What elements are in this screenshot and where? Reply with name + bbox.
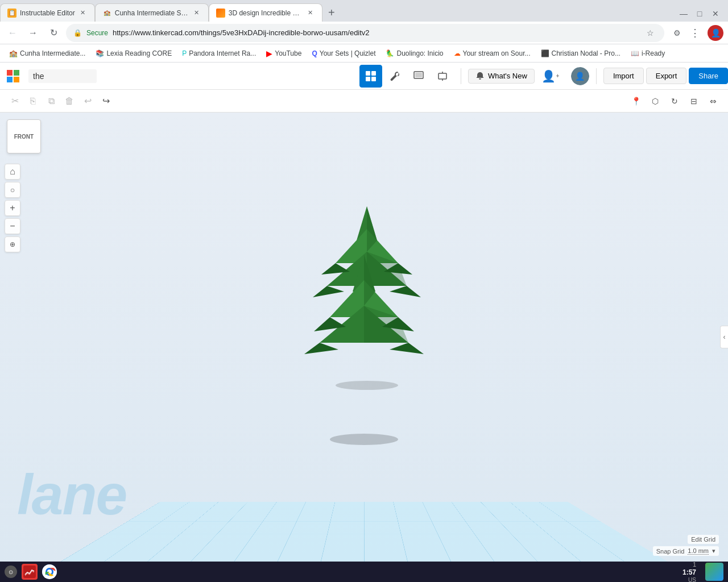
- tinkercad-logo: [0, 70, 26, 82]
- view-cube[interactable]: FRONT: [7, 119, 41, 153]
- window-controls: — □ ✕: [671, 6, 728, 22]
- bookmark-soundcloud-favicon: ☁: [454, 49, 461, 57]
- wrench-button[interactable]: [383, 65, 406, 88]
- add-user-button[interactable]: 👤+: [539, 65, 562, 88]
- taskbar-time: 1:57: [682, 568, 696, 576]
- bookmark-pandora-favicon: P: [182, 49, 187, 57]
- duplicate-button[interactable]: ⧉: [43, 93, 59, 109]
- svg-rect-10: [439, 73, 446, 79]
- header-right: What's New 👤+ 👤 Import Export Share: [359, 65, 728, 88]
- mirror-icon[interactable]: ⇔: [705, 93, 721, 109]
- bookmark-pandora-label: Pandora Internet Ra...: [189, 49, 256, 57]
- share-button[interactable]: Share: [689, 68, 728, 84]
- snap-dropdown-icon[interactable]: ▾: [712, 547, 715, 555]
- tab-bar: 📋 Instructable Editor ✕ 🏫 Cunha Intermed…: [0, 0, 728, 22]
- forward-button[interactable]: →: [25, 25, 41, 41]
- bookmark-quizlet[interactable]: Q Your Sets | Quizlet: [307, 46, 380, 61]
- edit-grid-button[interactable]: Edit Grid: [688, 535, 719, 544]
- design-name-input[interactable]: [28, 69, 97, 83]
- secure-label: Secure: [86, 29, 108, 37]
- extensions-button[interactable]: ⚙: [669, 25, 685, 41]
- reload-button[interactable]: ↻: [46, 25, 61, 41]
- 3d-viewport[interactable]: FRONT ⌂ ○ + − ⊕ lane: [0, 113, 728, 562]
- tab2-title: Cunha Intermediate Sch...: [115, 9, 189, 17]
- workplane-button[interactable]: [431, 65, 454, 88]
- bookmark-christian-nodal[interactable]: ⬛ Christian Nodal - Pro...: [536, 46, 625, 61]
- snap-grid-value[interactable]: 1.0 mm: [688, 547, 709, 555]
- redo-button[interactable]: ↪: [98, 93, 114, 109]
- svg-rect-7: [371, 77, 376, 81]
- tab1-favicon: 📋: [7, 9, 16, 18]
- bottom-controls: Edit Grid Snap Grid 1.0 mm ▾: [653, 535, 719, 556]
- wrench-icon: [389, 70, 400, 82]
- shape-outline-icon[interactable]: ⬡: [647, 93, 663, 109]
- tool-separator: [461, 68, 461, 84]
- bookmark-duolingo-label: Duolingo: Inicio: [396, 49, 443, 57]
- bookmark-star-icon[interactable]: ☆: [643, 26, 657, 40]
- grid-view-button[interactable]: [359, 65, 382, 88]
- bookmark-iready[interactable]: 📖 i-Ready: [626, 46, 669, 61]
- bookmark-nodal-favicon: ⬛: [541, 49, 549, 57]
- edit-toolbar: ✂ ⎘ ⧉ 🗑 ↩ ↪ 📍 ⬡ ↻ ⊟ ⇔: [0, 90, 728, 113]
- shapes-button[interactable]: [407, 65, 430, 88]
- right-panel-toggle[interactable]: ‹: [720, 326, 728, 348]
- align-icon[interactable]: ⊟: [686, 93, 702, 109]
- url-bar[interactable]: 🔒 Secure https://www.tinkercad.com/thing…: [66, 24, 664, 42]
- bell-icon: [475, 72, 485, 81]
- taskbar-start-button[interactable]: ⊙: [5, 566, 17, 578]
- tab3-close[interactable]: ✕: [306, 9, 315, 18]
- svg-rect-6: [366, 77, 370, 81]
- user-avatar[interactable]: 👤: [571, 67, 589, 85]
- delete-button[interactable]: 🗑: [61, 93, 77, 109]
- address-bar: ← → ↻ 🔒 Secure https://www.tinkercad.com…: [0, 22, 728, 44]
- bookmark-youtube[interactable]: ▶ YouTube: [262, 46, 306, 61]
- bookmark-soundcloud[interactable]: ☁ Your stream on Sour...: [449, 46, 535, 61]
- profile-icon[interactable]: 👤: [708, 25, 723, 41]
- tab-instructable-editor[interactable]: 📋 Instructable Editor ✕: [0, 3, 95, 22]
- copy-button[interactable]: ⎘: [25, 93, 41, 109]
- tab1-close[interactable]: ✕: [78, 9, 88, 18]
- taskbar-time-area: 1 1:57 US: [682, 561, 696, 583]
- minimize-button[interactable]: —: [676, 6, 692, 22]
- import-button[interactable]: Import: [603, 68, 644, 84]
- svg-rect-4: [366, 71, 370, 76]
- bookmark-iready-favicon: 📖: [631, 49, 639, 57]
- bookmark-lexia-favicon: 📚: [96, 49, 104, 57]
- bookmark-pandora[interactable]: P Pandora Internet Ra...: [177, 46, 260, 61]
- import-export-share: Import Export Share: [603, 68, 728, 84]
- svg-rect-5: [371, 71, 376, 76]
- tab-cunha[interactable]: 🏫 Cunha Intermediate Sch... ✕: [95, 3, 209, 22]
- location-pin-icon[interactable]: 📍: [628, 93, 644, 109]
- rotate-icon[interactable]: ↻: [667, 93, 682, 109]
- snap-grid-display: Snap Grid 1.0 mm ▾: [653, 546, 719, 556]
- export-button[interactable]: Export: [646, 68, 687, 84]
- tab2-close[interactable]: ✕: [192, 9, 201, 18]
- bookmark-cunha[interactable]: 🏫 Cunha Intermediate...: [5, 46, 90, 61]
- new-tab-button[interactable]: +: [322, 3, 341, 22]
- bookmark-lexia[interactable]: 📚 Lexia Reading CORE: [91, 46, 176, 61]
- bookmark-soundcloud-label: Your stream on Sour...: [463, 49, 531, 57]
- whats-new-button[interactable]: What's New: [468, 69, 535, 84]
- bookmark-duolingo[interactable]: 🦜 Duolingo: Inicio: [381, 46, 448, 61]
- taskbar-user-thumbnail[interactable]: [705, 563, 723, 581]
- bookmark-youtube-label: YouTube: [275, 49, 301, 57]
- tab3-favicon: [216, 9, 225, 18]
- taskbar-locale: US: [688, 577, 696, 583]
- svg-rect-2: [7, 77, 13, 82]
- chrome-menu-button[interactable]: ⋮: [687, 25, 703, 41]
- bookmark-youtube-favicon: ▶: [266, 49, 272, 58]
- bookmarks-bar: 🏫 Cunha Intermediate... 📚 Lexia Reading …: [0, 44, 728, 63]
- bookmark-quizlet-favicon: Q: [312, 49, 317, 57]
- bookmark-cunha-label: Cunha Intermediate...: [20, 49, 85, 57]
- taskbar-stocks-icon[interactable]: [22, 564, 38, 580]
- home-view-button[interactable]: ⌂: [5, 164, 20, 180]
- tab-tinkercad[interactable]: 3D design Incredible Bor... ✕: [209, 3, 322, 22]
- taskbar-chrome-icon[interactable]: [42, 564, 57, 579]
- maximize-button[interactable]: □: [692, 6, 708, 22]
- close-button[interactable]: ✕: [708, 6, 723, 22]
- cut-button[interactable]: ✂: [7, 93, 23, 109]
- grid-icon: [365, 70, 377, 82]
- undo-button[interactable]: ↩: [80, 93, 96, 109]
- back-button[interactable]: ←: [5, 25, 20, 41]
- browser-frame: 📋 Instructable Editor ✕ 🏫 Cunha Intermed…: [0, 0, 728, 582]
